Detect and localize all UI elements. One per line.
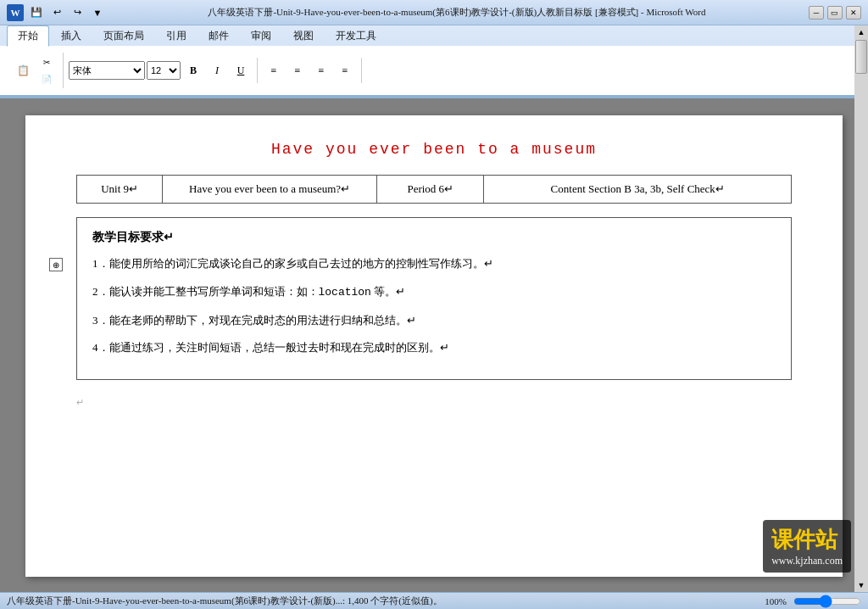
align-center-btn[interactable]: ≡ bbox=[287, 59, 309, 81]
tab-developer[interactable]: 开发工具 bbox=[326, 26, 387, 46]
tab-insert[interactable]: 插入 bbox=[51, 26, 92, 46]
objectives-list: 1．能使用所给的词汇完成谈论自己的家乡或自己去过的地方的控制性写作练习。↵ 2．… bbox=[92, 255, 776, 357]
title-bar-left: W 💾 ↩ ↪ ▼ bbox=[7, 4, 105, 21]
page-end-mark: ↵ bbox=[76, 397, 792, 408]
document-page: ⊕ Have you ever been to a museum Unit 9↵… bbox=[25, 115, 843, 577]
lesson-title-label: Have you ever been to a museum?↵ bbox=[189, 182, 350, 195]
zoom-slider[interactable] bbox=[793, 597, 861, 606]
customize-quick-btn[interactable]: ▼ bbox=[90, 5, 105, 20]
ribbon-content: 📋 ✂ 📄 宋体 12 B I U ≡ ≡ ≡ ≡ bbox=[0, 46, 868, 97]
word-logo: W bbox=[11, 8, 20, 18]
align-left-btn[interactable]: ≡ bbox=[263, 59, 285, 81]
scroll-down-btn[interactable]: ▼ bbox=[854, 578, 868, 592]
objective-item-3: 3．能在老师的帮助下，对现在完成时态的用法进行归纳和总结。↵ bbox=[92, 312, 776, 330]
content-cell: Content Section B 3a, 3b, Self Check↵ bbox=[484, 176, 792, 204]
ribbon-tabs: 开始 插入 页面布局 引用 邮件 审阅 视图 开发工具 bbox=[0, 25, 868, 46]
watermark-url: www.kjzhan.com bbox=[771, 555, 843, 567]
bold-btn[interactable]: B bbox=[182, 59, 204, 81]
objectives-title: 教学目标要求↵ bbox=[92, 230, 776, 245]
period-cell: Period 6↵ bbox=[377, 176, 484, 204]
tab-review[interactable]: 审阅 bbox=[241, 26, 281, 46]
redo-quick-btn[interactable]: ↪ bbox=[70, 5, 85, 20]
document-area: ⊕ Have you ever been to a museum Unit 9↵… bbox=[0, 98, 868, 594]
cut-btn[interactable]: ✂ bbox=[36, 54, 58, 70]
status-text: 八年级英语下册-Unit-9-Have-you-ever-been-to-a-m… bbox=[7, 595, 442, 607]
copy-btn[interactable]: 📄 bbox=[36, 71, 58, 87]
align-right-btn[interactable]: ≡ bbox=[310, 59, 332, 81]
lesson-title-cell: Have you ever been to a museum?↵ bbox=[163, 176, 377, 204]
lesson-info-table: Unit 9↵ Have you ever been to a museum?↵… bbox=[76, 175, 792, 204]
title-bar: W 💾 ↩ ↪ ▼ 八年级英语下册-Unit-9-Have-you-ever-b… bbox=[0, 0, 868, 25]
close-btn[interactable]: ✕ bbox=[846, 6, 861, 20]
restore-btn[interactable]: ▭ bbox=[827, 6, 843, 20]
tab-mail[interactable]: 邮件 bbox=[198, 26, 239, 46]
content-label: Content Section B 3a, 3b, Self Check↵ bbox=[551, 182, 725, 195]
window-controls: ─ ▭ ✕ bbox=[809, 6, 861, 20]
period-label: Period 6↵ bbox=[407, 182, 453, 195]
save-quick-btn[interactable]: 💾 bbox=[29, 5, 44, 20]
objective-item-2: 2．能认读并能工整书写所学单词和短语：如：location 等。↵ bbox=[92, 283, 776, 302]
scroll-up-btn[interactable]: ▲ bbox=[854, 25, 868, 39]
objective-item-1: 1．能使用所给的词汇完成谈论自己的家乡或自己去过的地方的控制性写作练习。↵ bbox=[92, 255, 776, 273]
table-handle[interactable]: ⊕ bbox=[49, 258, 63, 271]
font-family-select[interactable]: 宋体 bbox=[69, 61, 145, 80]
objective-1-text: 1．能使用所给的词汇完成谈论自己的家乡或自己去过的地方的控制性写作练习。↵ bbox=[92, 257, 493, 270]
justify-btn[interactable]: ≡ bbox=[334, 59, 356, 81]
scroll-thumb[interactable] bbox=[855, 40, 867, 74]
ribbon: 开始 插入 页面布局 引用 邮件 审阅 视图 开发工具 📋 ✂ 📄 宋体 12 … bbox=[0, 25, 868, 98]
window-title: 八年级英语下册-Unit-9-Have-you-ever-been-to-a-m… bbox=[208, 6, 705, 19]
table-row: Unit 9↵ Have you ever been to a museum?↵… bbox=[77, 176, 792, 204]
document-title: Have you ever been to a museum bbox=[76, 141, 792, 158]
tab-view[interactable]: 视图 bbox=[283, 26, 324, 46]
font-size-select[interactable]: 12 bbox=[147, 61, 181, 80]
paste-btn[interactable]: 📋 bbox=[12, 59, 34, 81]
objective-item-4: 4．能通过练习，关注时间短语，总结一般过去时和现在完成时的区别。↵ bbox=[92, 339, 776, 357]
clipboard-group: 📋 ✂ 📄 bbox=[7, 53, 64, 88]
objective-4-text: 4．能通过练习，关注时间短语，总结一般过去时和现在完成时的区别。↵ bbox=[92, 341, 449, 354]
status-bar: 八年级英语下册-Unit-9-Have-you-ever-been-to-a-m… bbox=[0, 592, 868, 609]
objective-3-text: 3．能在老师的帮助下，对现在完成时态的用法进行归纳和总结。↵ bbox=[92, 314, 416, 327]
unit-label: Unit 9↵ bbox=[101, 182, 138, 195]
italic-btn[interactable]: I bbox=[206, 59, 228, 81]
word-icon: W bbox=[7, 4, 24, 21]
minimize-btn[interactable]: ─ bbox=[809, 6, 824, 20]
undo-quick-btn[interactable]: ↩ bbox=[49, 5, 64, 20]
paragraph-group: ≡ ≡ ≡ ≡ bbox=[258, 58, 362, 83]
objective-2-text: 2．能认读并能工整书写所学单词和短语：如：location 等。↵ bbox=[92, 285, 405, 298]
status-right: 100% bbox=[765, 596, 861, 606]
objectives-box: 教学目标要求↵ 1．能使用所给的词汇完成谈论自己的家乡或自己去过的地方的控制性写… bbox=[76, 217, 792, 380]
font-group: 宋体 12 B I U bbox=[64, 58, 258, 83]
watermark: 课件站 www.kjzhan.com bbox=[763, 520, 851, 573]
unit-cell: Unit 9↵ bbox=[77, 176, 163, 204]
tab-reference[interactable]: 引用 bbox=[156, 26, 197, 46]
zoom-level: 100% bbox=[765, 596, 787, 606]
watermark-main-text: 课件站 bbox=[771, 525, 843, 555]
underline-btn[interactable]: U bbox=[230, 59, 252, 81]
tab-start[interactable]: 开始 bbox=[7, 25, 49, 47]
tab-pagelayout[interactable]: 页面布局 bbox=[93, 26, 154, 46]
vertical-scrollbar[interactable]: ▲ ▼ bbox=[854, 25, 868, 592]
